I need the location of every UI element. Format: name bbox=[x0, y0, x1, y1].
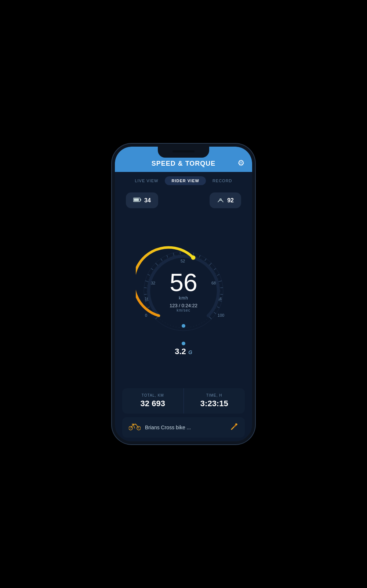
speed-sub-unit: km/sec bbox=[170, 308, 197, 312]
stats-row: TOTAL, km 32 693 TIME, h 3:23:15 bbox=[122, 388, 245, 414]
svg-line-35 bbox=[221, 287, 223, 288]
svg-rect-2 bbox=[134, 199, 139, 201]
battery-pill: 34 bbox=[126, 192, 158, 208]
svg-rect-1 bbox=[141, 199, 141, 201]
app-title: SPEED & TORQUE bbox=[152, 160, 216, 168]
svg-text:52: 52 bbox=[181, 259, 185, 263]
bike-icon bbox=[129, 422, 141, 433]
svg-line-18 bbox=[144, 287, 146, 288]
stat-total-value: 32 693 bbox=[130, 399, 176, 408]
svg-line-23 bbox=[161, 258, 162, 261]
g-indicator: 3.2 G bbox=[175, 342, 192, 356]
phone-screen: SPEED & TORQUE ⚙ LIVE VIEW RIDER VIEW RE… bbox=[115, 147, 252, 441]
tab-record[interactable]: RECORD bbox=[206, 176, 239, 185]
svg-line-40 bbox=[209, 316, 211, 319]
svg-line-31 bbox=[209, 263, 211, 265]
signal-value: 92 bbox=[227, 197, 234, 204]
g-value: 3.2 G bbox=[175, 347, 192, 356]
speaker bbox=[172, 150, 195, 152]
g-dot bbox=[182, 342, 185, 345]
speed-display: 56 bbox=[170, 270, 197, 295]
signal-icon bbox=[217, 196, 224, 205]
tab-bar: LIVE VIEW RIDER VIEW RECORD bbox=[115, 172, 252, 190]
svg-line-24 bbox=[167, 255, 168, 257]
svg-line-20 bbox=[148, 274, 150, 275]
svg-line-15 bbox=[148, 306, 150, 308]
svg-point-42 bbox=[182, 324, 185, 328]
svg-line-29 bbox=[199, 255, 200, 257]
svg-line-30 bbox=[205, 258, 206, 261]
svg-line-25 bbox=[173, 253, 174, 256]
notch bbox=[158, 147, 209, 158]
svg-text:100: 100 bbox=[218, 313, 224, 317]
svg-line-39 bbox=[214, 312, 216, 313]
stat-time-value: 3:23:15 bbox=[191, 399, 238, 408]
battery-icon bbox=[133, 196, 141, 204]
signal-pill: 92 bbox=[210, 192, 241, 208]
bike-row[interactable]: Brians Cross bike ... bbox=[122, 417, 245, 438]
gauge-center-display: 56 kmh 123 / 0:24:22 km/sec bbox=[170, 270, 197, 312]
svg-line-38 bbox=[217, 306, 219, 308]
status-row: 34 92 bbox=[115, 190, 252, 211]
speed-sub: 123 / 0:24:22 bbox=[170, 303, 197, 308]
stat-total-label: TOTAL, km bbox=[130, 393, 176, 397]
stat-time: TIME, h 3:23:15 bbox=[184, 388, 245, 414]
svg-line-22 bbox=[156, 263, 158, 265]
speedometer: 0 16 32 52 68 84 100 bbox=[136, 243, 231, 339]
speed-unit: kmh bbox=[170, 295, 197, 301]
stat-total-km: TOTAL, km 32 693 bbox=[122, 388, 184, 414]
svg-line-36 bbox=[221, 294, 223, 294]
gauge-area: 0 16 32 52 68 84 100 bbox=[115, 211, 252, 388]
bike-name: Brians Cross bike ... bbox=[145, 425, 230, 430]
phone-frame: SPEED & TORQUE ⚙ LIVE VIEW RIDER VIEW RE… bbox=[112, 144, 255, 444]
svg-text:0: 0 bbox=[145, 313, 147, 317]
stat-time-label: TIME, h bbox=[191, 393, 238, 397]
settings-icon[interactable]: ⚙ bbox=[237, 158, 245, 168]
tab-live-view[interactable]: LIVE VIEW bbox=[128, 176, 165, 185]
svg-line-26 bbox=[180, 251, 181, 254]
svg-line-17 bbox=[144, 294, 146, 294]
wrench-icon[interactable] bbox=[230, 423, 238, 433]
svg-line-33 bbox=[217, 274, 219, 275]
svg-line-13 bbox=[156, 316, 158, 319]
tab-rider-view[interactable]: RIDER VIEW bbox=[165, 176, 206, 185]
svg-text:68: 68 bbox=[211, 281, 216, 285]
svg-point-41 bbox=[191, 255, 196, 260]
svg-line-19 bbox=[145, 281, 149, 282]
svg-line-32 bbox=[214, 268, 216, 270]
svg-line-21 bbox=[151, 268, 153, 270]
battery-value: 34 bbox=[144, 197, 151, 204]
g-label: G bbox=[188, 349, 192, 355]
